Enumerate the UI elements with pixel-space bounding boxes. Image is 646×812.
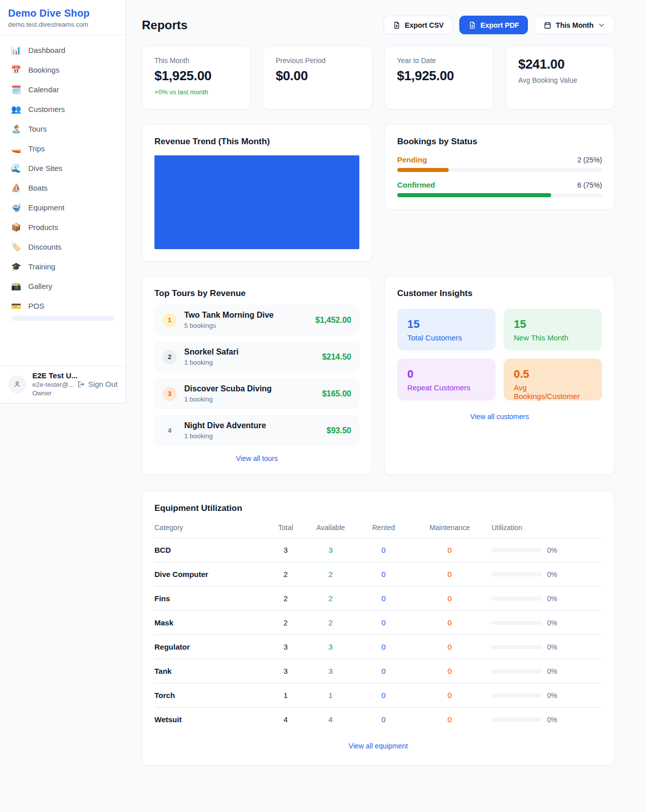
cell-maintenance: 0: [414, 683, 485, 708]
user-name: E2E Test U...: [32, 371, 71, 380]
cell-category: Tank: [154, 659, 263, 683]
cell-available: 3: [308, 659, 353, 683]
utilization-bar: [492, 669, 542, 673]
calendar-outline-icon: [544, 21, 552, 29]
customer-insights-card: Customer Insights 15 Total Customers 15 …: [385, 276, 615, 475]
bookings-by-status-title: Bookings by Status: [397, 137, 602, 147]
status-row-confirmed: Confirmed 6 (75%): [397, 181, 602, 197]
utilization-bar: [492, 597, 542, 601]
sidebar-item-label: POS: [28, 302, 44, 310]
sidebar-item-bookings[interactable]: 📅 Bookings: [6, 60, 120, 80]
cell-available: 4: [308, 708, 353, 732]
cell-rented: 0: [353, 611, 414, 635]
period-label: This Month: [556, 21, 594, 29]
cell-available: 2: [308, 562, 353, 587]
user-info: E2E Test U... e2e-tester@... Owner: [32, 371, 71, 397]
cell-available: 3: [308, 635, 353, 659]
status-bar-fill: [397, 193, 551, 197]
tour-amount: $93.50: [327, 426, 351, 435]
speedboat-icon: 🚤: [11, 144, 21, 153]
sailboat-icon: ⛵: [11, 183, 21, 193]
tile-label: Avg Bookings/Customer: [514, 383, 592, 400]
sidebar-item-label: Customers: [28, 105, 65, 113]
tour-name: Discover Scuba Diving: [184, 384, 322, 393]
sidebar-item-label: Discounts: [28, 243, 62, 251]
export-pdf-button[interactable]: Export PDF: [459, 16, 528, 34]
people-icon: 👥: [11, 104, 21, 114]
insight-tiles: 15 Total Customers 15 New This Month 0 R…: [397, 309, 602, 400]
tile-new-this-month: 15 New This Month: [504, 309, 602, 351]
status-label: Confirmed: [397, 181, 435, 189]
cell-category: Regulator: [154, 635, 263, 659]
package-icon: 📦: [11, 222, 21, 232]
file-download-icon: [468, 21, 476, 29]
utilization-percent: 0%: [547, 595, 557, 603]
list-item: 3 Discover Scuba Diving 1 booking $165.0…: [154, 378, 359, 409]
stat-label: This Month: [154, 56, 238, 65]
cell-rented: 0: [353, 587, 414, 611]
charts-row: Revenue Trend (This Month) Bookings by S…: [142, 124, 615, 262]
header-actions: Export CSV Export PDF This Month: [384, 16, 615, 34]
period-dropdown[interactable]: This Month: [534, 16, 615, 34]
tour-bookings: 1 booking: [184, 359, 322, 366]
sidebar-item-customers[interactable]: 👥 Customers: [6, 99, 120, 119]
equipment-table: Category Total Available Rented Maintena…: [154, 524, 602, 731]
status-row-pending: Pending 2 (25%): [397, 155, 602, 172]
sidebar-item-calendar[interactable]: 🗓️ Calendar: [6, 80, 120, 99]
tile-total-customers: 15 Total Customers: [397, 309, 496, 351]
utilization-percent: 0%: [547, 570, 557, 578]
sidebar-item-boats[interactable]: ⛵ Boats: [6, 178, 120, 198]
tour-name: Two Tank Morning Dive: [184, 311, 315, 320]
sidebar-item-selected-partial[interactable]: [11, 316, 115, 321]
sidebar-item-trips[interactable]: 🚤 Trips: [6, 139, 120, 158]
cell-rented: 0: [353, 659, 414, 683]
sign-out-button[interactable]: Sign Out: [77, 380, 118, 388]
sidebar-item-tours[interactable]: 🏝️ Tours: [6, 119, 120, 139]
equipment-utilization-card: Equipment Utilization Category Total Ava…: [142, 491, 615, 766]
cell-maintenance: 0: [414, 708, 485, 732]
sidebar-item-dashboard[interactable]: 📊 Dashboard: [6, 40, 120, 60]
stat-value: $0.00: [276, 68, 359, 84]
stat-label: Avg Booking Value: [518, 76, 602, 84]
cell-maintenance: 0: [414, 538, 485, 562]
utilization-bar: [492, 718, 542, 722]
export-csv-label: Export CSV: [405, 21, 444, 29]
export-pdf-label: Export PDF: [480, 21, 519, 29]
view-all-tours-link[interactable]: View all tours: [154, 454, 359, 462]
sign-out-icon: [77, 380, 85, 388]
bookings-by-status-card: Bookings by Status Pending 2 (25%) Confi…: [385, 124, 615, 210]
sidebar-item-dive-sites[interactable]: 🌊 Dive Sites: [6, 158, 120, 178]
cell-available: 1: [308, 683, 353, 708]
view-all-customers-link[interactable]: View all customers: [397, 413, 602, 421]
list-item: 2 Snorkel Safari 1 booking $214.50: [154, 341, 359, 372]
page-title: Reports: [142, 18, 188, 32]
col-header-rented: Rented: [353, 524, 414, 538]
tour-bookings: 5 bookings: [184, 322, 315, 329]
sidebar-item-equipment[interactable]: 🤿 Equipment: [6, 198, 120, 217]
stat-value: $1,925.00: [397, 68, 481, 84]
status-label: Pending: [397, 155, 427, 164]
table-row: Tank 3 3 0 0 0%: [154, 659, 602, 683]
cell-rented: 0: [353, 683, 414, 708]
main-content: Reports Export CSV Export PDF This Month: [126, 0, 615, 766]
export-csv-button[interactable]: Export CSV: [384, 16, 453, 34]
rank-badge: 2: [163, 350, 177, 364]
sidebar-item-pos[interactable]: 💳 POS: [6, 296, 120, 316]
utilization-percent: 0%: [547, 546, 557, 554]
col-header-maintenance: Maintenance: [414, 524, 485, 538]
sidebar-item-label: Products: [28, 223, 58, 231]
tile-avg-bookings-customer: 0.5 Avg Bookings/Customer: [504, 359, 602, 400]
sidebar-item-gallery[interactable]: 📸 Gallery: [6, 276, 120, 296]
sidebar-item-label: Tours: [28, 125, 47, 133]
sidebar-item-discounts[interactable]: 🏷️ Discounts: [6, 237, 120, 257]
tour-amount: $165.00: [322, 389, 351, 398]
sidebar-item-label: Bookings: [28, 66, 60, 74]
page-header: Reports Export CSV Export PDF This Month: [142, 16, 615, 34]
sidebar-item-products[interactable]: 📦 Products: [6, 217, 120, 237]
sidebar-item-training[interactable]: 🎓 Training: [6, 257, 120, 276]
view-all-equipment-link[interactable]: View all equipment: [154, 742, 602, 750]
sidebar-item-label: Calendar: [28, 85, 59, 94]
calendar-icon: 📅: [11, 65, 21, 75]
user-role: Owner: [32, 389, 71, 397]
tile-label: Total Customers: [407, 333, 486, 342]
